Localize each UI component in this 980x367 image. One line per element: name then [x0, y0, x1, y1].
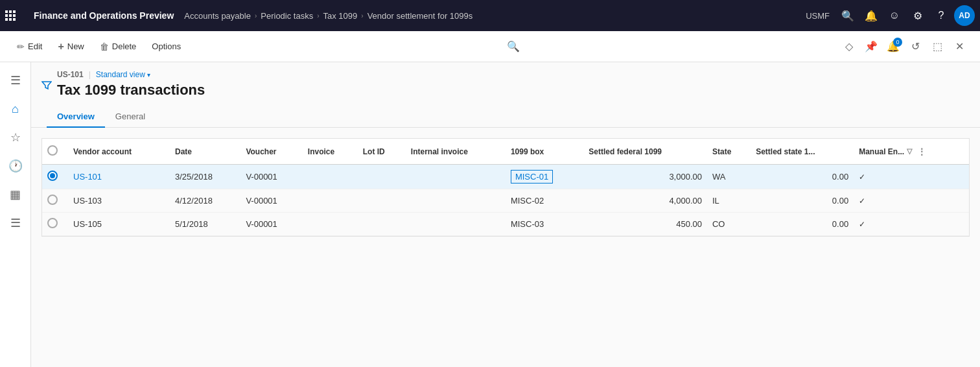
edit-icon: ✏	[17, 41, 25, 52]
notification-count-badge: 0	[893, 38, 902, 47]
breadcrumb-item-3[interactable]: Vendor settlement for 1099s	[368, 11, 473, 21]
column-menu-icon[interactable]: ⋮	[917, 147, 926, 157]
row-2-settled-federal: 4,000.00	[583, 189, 707, 213]
org-label: USMF	[806, 11, 830, 21]
tab-general[interactable]: General	[105, 106, 156, 128]
settings-button[interactable]: ⚙	[907, 5, 928, 26]
content-area: US-101 | Standard view ▾ Tax 1099 transa…	[31, 62, 980, 367]
row-1-1099-box[interactable]: MISC-01	[506, 165, 583, 189]
pin-icon[interactable]: 📌	[861, 36, 881, 57]
row-1-lot-id	[358, 165, 406, 189]
row-2-voucher: V-00001	[240, 189, 302, 213]
row-3-1099-box: MISC-03	[506, 213, 583, 236]
row-3-invoice	[303, 213, 358, 236]
row-2-vendor-account[interactable]: US-103	[68, 189, 170, 213]
row-3-radio[interactable]	[47, 218, 58, 228]
checkmark-icon-1: ✓	[859, 172, 865, 182]
toolbar-right-icons: ◇ 📌 0 🔔 ↺ ⬚ ✕	[839, 36, 970, 57]
sidebar-menu-icon[interactable]: ☰	[3, 67, 29, 93]
row-3-vendor-account[interactable]: US-105	[68, 213, 170, 236]
vendor-account-link-1[interactable]: US-101	[73, 172, 102, 182]
top-bar-right: USMF 🔍 🔔 ☺ ⚙ ? AD	[806, 5, 975, 26]
vendor-account-text-2: US-103	[73, 196, 102, 206]
row-2-date: 4/12/2018	[170, 189, 240, 213]
filter-funnel-icon[interactable]	[41, 80, 52, 93]
column-filter-icon[interactable]: ▽	[907, 147, 912, 156]
select-all-checkbox[interactable]	[47, 145, 58, 156]
row-1-select[interactable]	[42, 165, 68, 189]
col-vendor-account: Vendor account	[68, 139, 170, 165]
row-2-invoice	[303, 189, 358, 213]
new-plus-icon: +	[58, 41, 64, 53]
table-row[interactable]: US-101 3/25/2018 V-00001 MISC-01 3,000.0…	[42, 165, 969, 189]
view-name-dropdown[interactable]: Standard view ▾	[96, 70, 150, 79]
row-1-radio[interactable]	[47, 171, 58, 181]
close-button[interactable]: ✕	[949, 36, 970, 57]
row-1-state: WA	[707, 165, 751, 189]
table-row[interactable]: US-103 4/12/2018 V-00001 MISC-02 4,000.0…	[42, 189, 969, 213]
sidebar-recent-icon[interactable]: 🕐	[3, 153, 29, 179]
row-1-vendor-account[interactable]: US-101	[68, 165, 170, 189]
bell-icon: 🔔	[865, 10, 878, 22]
row-2-radio[interactable]	[47, 195, 58, 205]
table-wrapper: Vendor account Date Voucher Invoice Lot …	[41, 138, 970, 237]
open-new-window-icon[interactable]: ⬚	[927, 36, 948, 57]
tab-overview[interactable]: Overview	[47, 106, 105, 128]
sidebar-workspaces-icon[interactable]: ▦	[3, 182, 29, 207]
row-1-manual-en: ✓	[854, 165, 969, 189]
select-all-header[interactable]	[42, 139, 68, 165]
row-3-voucher: V-00001	[240, 213, 302, 236]
breadcrumb: Accounts payable › Periodic tasks › Tax …	[184, 11, 806, 21]
page-header-row: US-101 | Standard view ▾ Tax 1099 transa…	[31, 62, 980, 106]
transactions-table: Vendor account Date Voucher Invoice Lot …	[42, 139, 969, 236]
toolbar-search-button[interactable]: 🔍	[503, 36, 524, 57]
row-3-manual-en: ✓	[854, 213, 969, 236]
col-voucher: Voucher	[240, 139, 302, 165]
chevron-down-icon: ▾	[147, 71, 150, 78]
notification-bell-button[interactable]: 🔔	[861, 5, 881, 26]
row-2-1099-box: MISC-02	[506, 189, 583, 213]
row-3-select[interactable]	[42, 213, 68, 236]
refresh-icon[interactable]: ↺	[905, 36, 926, 57]
app-grid-button[interactable]	[5, 10, 16, 21]
row-2-lot-id	[358, 189, 406, 213]
sidebar-favorites-icon[interactable]: ☆	[3, 124, 29, 150]
view-selector: US-101 | Standard view ▾	[57, 70, 964, 79]
delete-button[interactable]: 🗑 Delete	[93, 38, 143, 56]
row-2-manual-en: ✓	[854, 189, 969, 213]
row-2-settled-state: 0.00	[751, 189, 854, 213]
checkmark-icon-3: ✓	[859, 220, 865, 229]
left-sidebar: ☰ ⌂ ☆ 🕐 ▦ ☰	[0, 62, 31, 367]
personalize-icon[interactable]: ◇	[839, 36, 859, 57]
row-3-lot-id	[358, 213, 406, 236]
col-state: State	[707, 139, 751, 165]
new-button[interactable]: + New	[51, 37, 90, 56]
breadcrumb-sep-1: ›	[317, 12, 319, 19]
content-wrapper: US-101 | Standard view ▾ Tax 1099 transa…	[57, 70, 964, 106]
notifications-icon[interactable]: 0 🔔	[883, 36, 904, 57]
app-title: Finance and Operations Preview	[23, 10, 184, 21]
sidebar-modules-icon[interactable]: ☰	[3, 210, 29, 236]
row-2-state: IL	[707, 189, 751, 213]
row-1-invoice	[303, 165, 358, 189]
breadcrumb-item-1[interactable]: Periodic tasks	[261, 11, 313, 21]
sidebar-home-icon[interactable]: ⌂	[3, 96, 29, 122]
edit-button[interactable]: ✏ Edit	[10, 38, 49, 56]
main-layout: ☰ ⌂ ☆ 🕐 ▦ ☰ US-101 | Standard view ▾	[0, 62, 980, 367]
options-label: Options	[152, 41, 181, 51]
tabs-bar: Overview General	[31, 106, 980, 128]
help-button[interactable]: ?	[931, 5, 951, 26]
checkmark-icon-2: ✓	[859, 196, 865, 206]
row-2-select[interactable]	[42, 189, 68, 213]
table-row[interactable]: US-105 5/1/2018 V-00001 MISC-03 450.00 C…	[42, 213, 969, 236]
search-button[interactable]: 🔍	[837, 5, 858, 26]
feedback-button[interactable]: ☺	[884, 5, 905, 26]
grid-icon	[5, 10, 16, 21]
box-1099-cell-1[interactable]: MISC-01	[511, 170, 553, 184]
delete-icon: 🗑	[100, 41, 109, 52]
user-avatar-button[interactable]: AD	[954, 5, 975, 26]
options-button[interactable]: Options	[145, 38, 187, 55]
col-lot-id: Lot ID	[358, 139, 406, 165]
breadcrumb-item-0[interactable]: Accounts payable	[184, 11, 251, 21]
breadcrumb-item-2[interactable]: Tax 1099	[323, 11, 358, 21]
